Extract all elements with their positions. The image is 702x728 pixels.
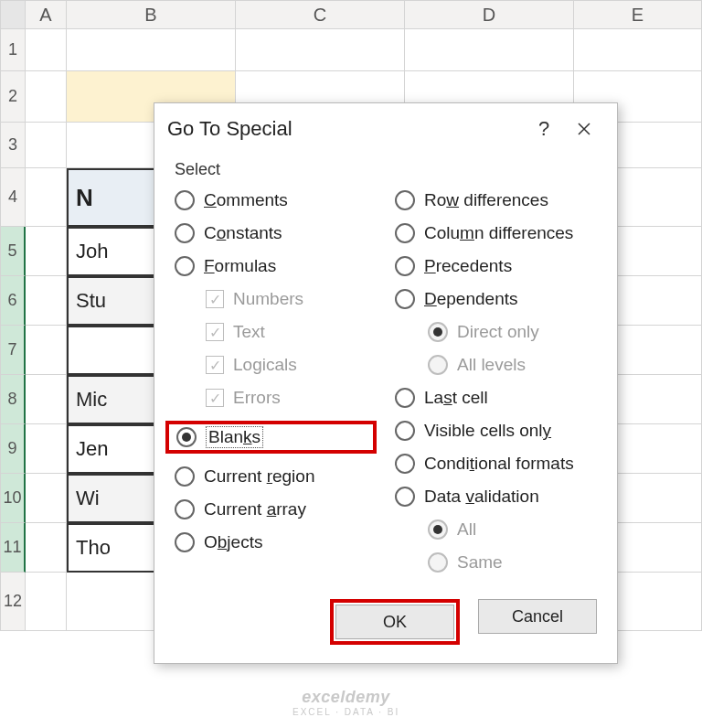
cell[interactable] (26, 168, 67, 227)
row-header-10[interactable]: 10 (0, 474, 26, 523)
radio-icon (395, 190, 415, 210)
ok-button[interactable]: OK (335, 605, 454, 639)
option-dependents[interactable]: Dependents (395, 289, 597, 309)
row-header-2[interactable]: 2 (0, 71, 26, 123)
row-header-1[interactable]: 1 (0, 29, 26, 71)
radio-icon (395, 289, 415, 309)
col-header-c[interactable]: C (236, 0, 405, 29)
option-current-array[interactable]: Current array (175, 499, 377, 519)
cell[interactable] (26, 375, 67, 424)
cell[interactable] (26, 326, 67, 375)
col-header-d[interactable]: D (405, 0, 574, 29)
checkbox-icon: ✓ (206, 389, 224, 407)
radio-icon (428, 552, 448, 573)
cell[interactable] (26, 474, 67, 523)
option-errors: ✓Errors (206, 388, 377, 408)
dialog-footer: OK Cancel (154, 586, 617, 663)
option-objects[interactable]: Objects (175, 532, 377, 552)
dialog-title: Go To Special (167, 117, 524, 141)
radio-icon (395, 256, 415, 276)
row-header-7[interactable]: 7 (0, 326, 26, 375)
option-precedents[interactable]: Precedents (395, 256, 597, 276)
radio-icon (395, 487, 415, 507)
radio-icon (428, 355, 448, 375)
option-visible-cells-only[interactable]: Visible cells only (395, 421, 597, 441)
col-header-e[interactable]: E (574, 0, 702, 29)
radio-icon (395, 421, 415, 441)
checkbox-icon: ✓ (206, 290, 224, 308)
option-last-cell[interactable]: Last cell (395, 388, 597, 408)
option-validation-all: All (428, 519, 597, 540)
checkbox-icon: ✓ (206, 323, 224, 341)
row-header-3[interactable]: 3 (0, 123, 26, 168)
cell[interactable] (26, 123, 67, 168)
row-header-11[interactable]: 11 (0, 523, 26, 573)
radio-icon (175, 466, 195, 487)
radio-icon (395, 223, 415, 243)
option-data-validation[interactable]: Data validation (395, 487, 597, 507)
col-header-b[interactable]: B (67, 0, 236, 29)
cell[interactable] (26, 573, 67, 631)
highlight-annotation: OK (330, 599, 460, 645)
option-validation-same: Same (428, 552, 597, 573)
options-right-column: Row differences Column differences Prece… (395, 187, 597, 576)
cell[interactable] (26, 227, 67, 276)
cell[interactable] (236, 29, 405, 71)
option-conditional-formats[interactable]: Conditional formats (395, 454, 597, 474)
go-to-special-dialog: Go To Special ? Select Comments Constant… (154, 102, 618, 664)
option-column-differences[interactable]: Column differences (395, 223, 597, 243)
row-header-9[interactable]: 9 (0, 424, 26, 474)
radio-icon (428, 322, 448, 342)
option-formulas[interactable]: Formulas (175, 256, 377, 276)
option-numbers: ✓Numbers (206, 289, 377, 309)
option-current-region[interactable]: Current region (175, 466, 377, 487)
cell[interactable] (405, 29, 574, 71)
option-all-levels: All levels (428, 355, 597, 375)
row-header-5[interactable]: 5 (0, 227, 26, 276)
radio-icon (175, 532, 195, 552)
radio-icon (395, 454, 415, 474)
option-constants[interactable]: Constants (175, 223, 377, 243)
cell[interactable] (26, 29, 67, 71)
cell[interactable] (26, 276, 67, 326)
radio-icon (428, 519, 448, 540)
option-text: ✓Text (206, 322, 377, 342)
cell[interactable] (67, 29, 236, 71)
option-row-differences[interactable]: Row differences (395, 190, 597, 210)
radio-icon (176, 427, 197, 447)
close-button[interactable] (564, 112, 604, 145)
column-headers: A B C D E (0, 0, 702, 29)
help-button[interactable]: ? (524, 112, 564, 145)
col-header-a[interactable]: A (26, 0, 67, 29)
select-group-label: Select (175, 160, 597, 179)
radio-icon (175, 223, 195, 243)
close-icon (577, 122, 591, 136)
cell[interactable] (26, 523, 67, 573)
radio-icon (175, 190, 195, 210)
row-header-6[interactable]: 6 (0, 276, 26, 326)
option-blanks[interactable]: Blanks (176, 426, 366, 448)
row-header-8[interactable]: 8 (0, 375, 26, 424)
cancel-button[interactable]: Cancel (478, 599, 597, 634)
option-direct-only: Direct only (428, 322, 597, 342)
radio-icon (175, 256, 195, 276)
dialog-titlebar: Go To Special ? (154, 103, 617, 153)
select-all-corner[interactable] (0, 0, 26, 29)
highlight-annotation: Blanks (165, 421, 377, 454)
checkbox-icon: ✓ (206, 356, 224, 374)
option-logicals: ✓Logicals (206, 355, 377, 375)
cell[interactable] (26, 71, 67, 123)
radio-icon (175, 499, 195, 519)
cell[interactable] (574, 29, 702, 71)
row-header-12[interactable]: 12 (0, 573, 26, 631)
cell[interactable] (26, 424, 67, 474)
options-left-column: Comments Constants Formulas ✓Numbers ✓Te… (175, 187, 377, 576)
row-header-4[interactable]: 4 (0, 168, 26, 227)
radio-icon (395, 388, 415, 408)
option-comments[interactable]: Comments (175, 190, 377, 210)
